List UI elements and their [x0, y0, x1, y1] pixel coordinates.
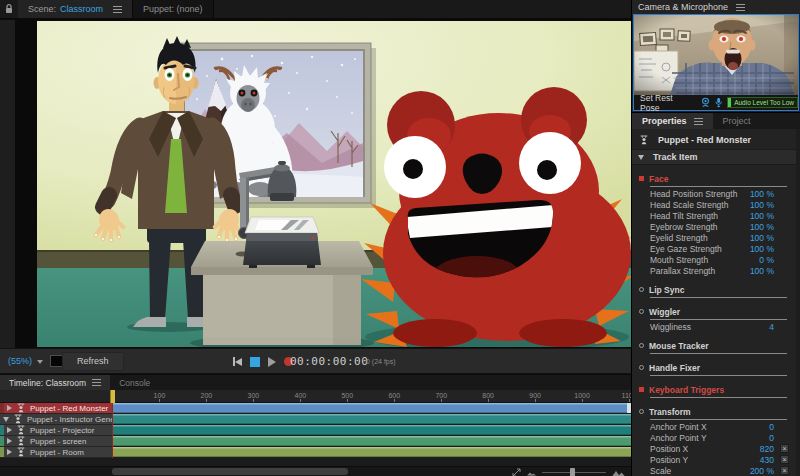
track-row-puppet-projector[interactable]: Puppet - Projector	[0, 425, 112, 436]
property-value[interactable]: 0	[769, 422, 774, 432]
section-header-lip-sync[interactable]: Lip Sync	[638, 284, 795, 295]
track-bar-puppet-screen[interactable]	[113, 436, 631, 446]
property-value[interactable]: 100 %	[750, 244, 774, 254]
playhead-marker[interactable]	[110, 390, 115, 403]
properties-menu-icon[interactable]	[694, 118, 703, 125]
timeline-menu-icon[interactable]	[92, 379, 101, 386]
armed-indicator-icon[interactable]	[639, 387, 644, 392]
property-value[interactable]: 430	[760, 455, 774, 465]
track-bar-row	[112, 436, 631, 447]
timeline-ruler[interactable]: 10020030040050060070080090010001100	[0, 390, 631, 403]
section-header-handle-fixer[interactable]: Handle Fixer	[638, 362, 795, 373]
property-value[interactable]: 100 %	[750, 189, 774, 199]
behavior-sections: FaceHead Position Strength100 %Head Scal…	[632, 173, 800, 476]
property-value[interactable]: 0	[769, 433, 774, 443]
track-row-puppet-instructor-gene[interactable]: Puppet - Instructor Gene	[0, 414, 112, 425]
camera-panel-menu-icon[interactable]	[736, 4, 745, 11]
track-bar-puppet-instructor-gene[interactable]	[113, 414, 631, 424]
behavior-bullet-icon[interactable]	[639, 287, 644, 292]
reset-value-button[interactable]: ×	[780, 455, 789, 464]
go-to-start-button[interactable]	[233, 357, 242, 366]
track-row-puppet-red-monster[interactable]: Puppet - Red Monster	[0, 403, 112, 414]
zoom-caret-icon[interactable]	[37, 360, 43, 364]
timeline-zoom-slider[interactable]	[542, 472, 606, 473]
timeline-panel: Timeline: Classroom Console 100200300400…	[0, 375, 631, 476]
play-button[interactable]	[268, 357, 276, 367]
property-value[interactable]: 820	[760, 444, 774, 454]
property-row-anchor-point-y: Anchor Point Y0	[638, 432, 795, 443]
pin-icon[interactable]	[0, 0, 18, 18]
track-bar-puppet-projector[interactable]	[113, 425, 631, 435]
collapse-triangle-icon[interactable]	[638, 155, 644, 160]
section-header-mouse-tracker[interactable]: Mouse Tracker	[638, 340, 795, 351]
behavior-bullet-icon[interactable]	[639, 409, 644, 414]
tab-project[interactable]: Project	[713, 113, 761, 129]
track-row-puppet-room[interactable]: Puppet - Room	[0, 447, 112, 458]
playhead-line[interactable]	[112, 403, 113, 466]
scene-tab-menu-icon[interactable]	[113, 6, 122, 13]
refresh-button[interactable]: Refresh	[62, 352, 124, 371]
property-value[interactable]: 200 %	[750, 466, 774, 476]
section-header-transform[interactable]: Transform	[638, 406, 795, 417]
property-row-mouth-strength: Mouth Strength0 %	[638, 254, 795, 265]
section-title: Face	[649, 174, 668, 184]
camera-toggle-icon[interactable]	[700, 97, 711, 108]
reset-value-button[interactable]: ×	[780, 466, 789, 475]
properties-scrollbar[interactable]	[796, 129, 800, 476]
scene-tab-name[interactable]: Classroom	[60, 4, 103, 14]
track-row-puppet-screen[interactable]: Puppet - screen	[0, 436, 112, 447]
section-title: Lip Sync	[649, 285, 684, 295]
section-header-keyboard-triggers[interactable]: Keyboard Triggers	[638, 384, 795, 395]
collapse-triangle-icon[interactable]	[3, 417, 9, 422]
stop-button[interactable]	[250, 357, 260, 367]
section-face: FaceHead Position Strength100 %Head Scal…	[638, 173, 795, 276]
camera-bottom-bar: Set Rest Pose Audio Level Too Low	[634, 95, 798, 110]
ruler-label: 500	[341, 392, 353, 399]
track-label: Puppet - screen	[30, 437, 86, 446]
zoom-slider-thumb[interactable]	[570, 468, 575, 476]
armed-indicator-icon[interactable]	[639, 176, 644, 181]
section-title: Wiggler	[649, 307, 680, 317]
section-header-wiggler[interactable]: Wiggler	[638, 306, 795, 317]
horizontal-scrollbar-thumb[interactable]	[112, 468, 348, 475]
puppet-icon	[16, 403, 26, 413]
track-item-header[interactable]: Track Item	[632, 149, 800, 165]
property-value[interactable]: 100 %	[750, 266, 774, 276]
expand-triangle-icon[interactable]	[7, 405, 12, 411]
ruler-label: 100	[154, 392, 166, 399]
behavior-bullet-icon[interactable]	[639, 309, 644, 314]
microphone-toggle-icon[interactable]	[715, 97, 722, 108]
track-bar-puppet-red-monster[interactable]	[113, 403, 631, 413]
behavior-bullet-icon[interactable]	[639, 343, 644, 348]
zoom-in-mountain-icon[interactable]	[612, 468, 625, 476]
tab-scene-classroom[interactable]: Scene: Classroom	[18, 0, 133, 18]
scene-canvas[interactable]	[37, 21, 631, 347]
fit-view-icon[interactable]	[512, 468, 521, 476]
tab-timeline-classroom[interactable]: Timeline: Classroom	[0, 375, 110, 390]
expand-triangle-icon[interactable]	[7, 427, 12, 433]
track-name-column: Puppet - Red MonsterPuppet - Instructor …	[0, 403, 112, 458]
expand-triangle-icon[interactable]	[7, 449, 12, 455]
reset-value-button[interactable]: ×	[780, 444, 789, 453]
property-value[interactable]: 100 %	[750, 200, 774, 210]
section-title: Handle Fixer	[649, 363, 700, 373]
zoom-out-mountain-icon[interactable]	[527, 469, 536, 476]
audio-meter-bar	[728, 98, 731, 107]
tab-puppet-none[interactable]: Puppet: (none)	[133, 0, 214, 18]
expand-triangle-icon[interactable]	[7, 438, 12, 444]
behavior-bullet-icon[interactable]	[639, 365, 644, 370]
stage-toolbar: (55%) Refresh 00:00:00:00 0 (24 fps)	[0, 348, 631, 374]
track-bar-puppet-room[interactable]	[113, 447, 631, 457]
puppet-header: Puppet - Red Monster	[632, 129, 800, 149]
tab-console[interactable]: Console	[110, 375, 159, 390]
property-value[interactable]: 100 %	[750, 222, 774, 232]
zoom-level-dropdown[interactable]: (55%)	[8, 356, 32, 366]
property-value[interactable]: 100 %	[750, 233, 774, 243]
property-value[interactable]: 0 %	[759, 255, 774, 265]
property-value[interactable]: 100 %	[750, 211, 774, 221]
tab-properties[interactable]: Properties	[632, 113, 713, 129]
property-value[interactable]: 4	[769, 322, 774, 332]
set-rest-pose-button[interactable]: Set Rest Pose	[634, 93, 696, 113]
section-header-face[interactable]: Face	[638, 173, 795, 184]
ruler-tick	[488, 399, 489, 402]
